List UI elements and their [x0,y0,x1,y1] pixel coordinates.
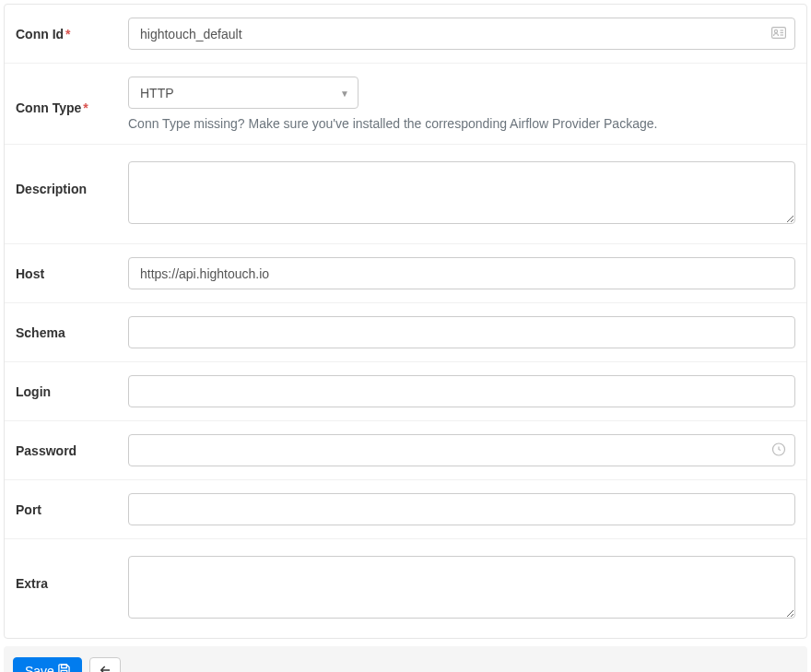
schema-input[interactable] [128,316,795,348]
conn-type-select[interactable]: HTTP [128,77,358,109]
row-password: Password [5,421,806,480]
conn-id-input[interactable] [128,18,795,50]
host-label: Host [16,266,128,281]
save-button[interactable]: Save [13,657,82,672]
row-conn-id: Conn Id* [5,5,806,64]
row-description: Description [5,145,806,244]
back-button[interactable] [89,657,121,672]
login-label: Login [16,384,128,399]
row-login: Login [5,362,806,421]
svg-rect-6 [62,665,67,668]
host-input[interactable] [128,257,795,289]
save-button-label: Save [25,664,54,672]
row-extra: Extra [5,539,806,638]
row-port: Port [5,480,806,539]
conn-type-help-text: Conn Type missing? Make sure you've inst… [128,116,795,131]
password-label: Password [16,443,128,458]
login-input[interactable] [128,375,795,407]
conn-id-label: Conn Id* [16,27,128,41]
connection-form: Conn Id* Conn Type* [4,4,807,639]
row-conn-type: Conn Type* HTTP ▼ Conn Type missing? Mak… [5,64,806,145]
schema-label: Schema [16,325,128,340]
extra-label: Extra [16,556,128,591]
row-schema: Schema [5,303,806,362]
save-icon [58,664,70,672]
row-host: Host [5,244,806,303]
port-label: Port [16,502,128,517]
description-textarea[interactable] [128,161,795,224]
conn-type-label: Conn Type* [16,93,128,115]
description-label: Description [16,161,128,196]
required-marker: * [65,27,70,41]
extra-textarea[interactable] [128,556,795,619]
port-input[interactable] [128,493,795,525]
footer-bar: Save [4,646,807,672]
required-marker: * [83,100,88,115]
arrow-left-icon [100,664,111,672]
password-input[interactable] [128,434,795,466]
